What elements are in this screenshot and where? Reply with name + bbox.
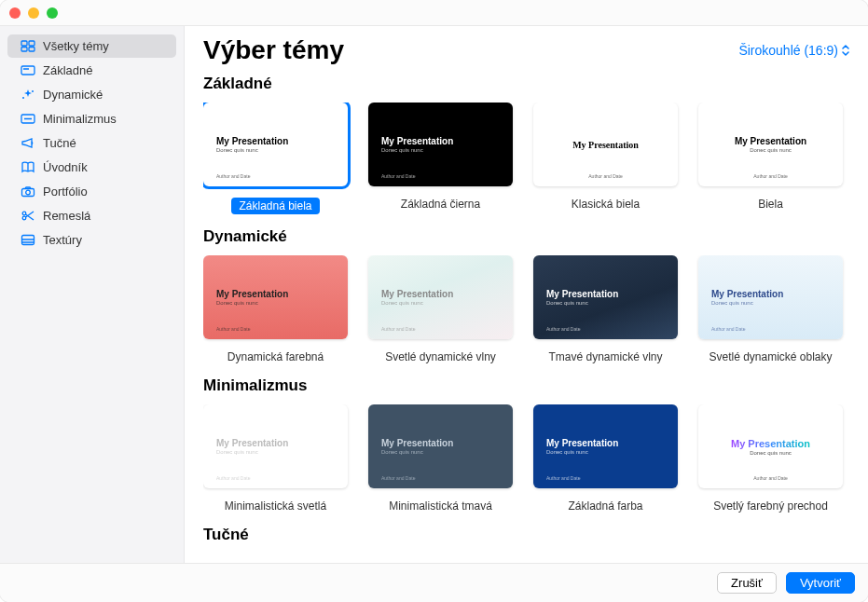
template-label: Minimalistická tmavá xyxy=(389,499,492,513)
template-item[interactable]: My PresentationDonec quis nuncAuthor and… xyxy=(698,404,843,513)
template-item[interactable]: My PresentationAuthor and DateKlasická b… xyxy=(533,103,678,214)
book-icon xyxy=(21,161,35,173)
sparkle-icon xyxy=(21,89,35,101)
slide-title: My Presentation xyxy=(381,136,500,146)
slide-title: My Presentation xyxy=(711,289,830,299)
template-thumbnail: My PresentationDonec quis nuncAuthor and… xyxy=(203,255,348,339)
slide-subtitle: Donec quis nunc xyxy=(381,449,500,455)
sidebar-item-1[interactable]: Základné xyxy=(7,59,176,82)
sidebar: Všetky témyZákladnéDynamickéMinimalizmus… xyxy=(0,26,185,563)
template-thumbnail: My PresentationDonec quis nuncAuthor and… xyxy=(203,103,348,186)
sidebar-item-2[interactable]: Dynamické xyxy=(7,83,176,106)
scissors-icon xyxy=(21,210,35,222)
template-item[interactable]: My PresentationDonec quis nuncAuthor and… xyxy=(368,404,513,513)
sidebar-item-label: Remeslá xyxy=(43,209,90,223)
slide-subtitle: Donec quis nunc xyxy=(216,449,335,455)
slide-title: My Presentation xyxy=(546,438,665,448)
template-row: My PresentationDonec quis nuncAuthor and… xyxy=(203,255,849,363)
category-title: Dynamické xyxy=(203,227,849,246)
sidebar-item-label: Minimalizmus xyxy=(43,112,117,126)
sidebar-item-3[interactable]: Minimalizmus xyxy=(7,107,176,130)
maximize-window-button[interactable] xyxy=(47,7,58,19)
sidebar-item-label: Základné xyxy=(43,63,92,77)
template-item[interactable]: My PresentationDonec quis nuncAuthor and… xyxy=(368,103,513,214)
template-label: Základná farba xyxy=(568,499,642,513)
slide-title: My Presentation xyxy=(572,140,639,150)
template-label: Základná biela xyxy=(231,198,319,214)
main-content: Výber témy Širokouhlé (16:9) ZákladnéMy … xyxy=(185,26,868,563)
titlebar xyxy=(0,0,868,26)
slide-author: Author and Date xyxy=(711,326,745,332)
template-label: Svetlé dynamické oblaky xyxy=(709,350,832,363)
category-1: DynamickéMy PresentationDonec quis nuncA… xyxy=(203,227,849,363)
footer: Zrušiť Vytvoriť xyxy=(0,563,868,602)
slide-title: My Presentation xyxy=(381,438,500,448)
svg-rect-1 xyxy=(29,41,34,46)
template-item[interactable]: My PresentationDonec quis nuncAuthor and… xyxy=(698,255,843,363)
category-title: Minimalizmus xyxy=(203,376,849,395)
create-button[interactable]: Vytvoriť xyxy=(786,572,855,594)
aspect-ratio-label: Širokouhlé (16:9) xyxy=(738,43,838,58)
template-item[interactable]: My PresentationDonec quis nuncAuthor and… xyxy=(203,103,348,214)
category-title: Tučné xyxy=(203,526,849,544)
sidebar-item-label: Všetky témy xyxy=(43,39,109,53)
sidebar-item-label: Portfólio xyxy=(43,185,88,198)
cancel-button[interactable]: Zrušiť xyxy=(717,572,777,594)
sidebar-item-label: Tučné xyxy=(43,136,76,150)
slide-author: Author and Date xyxy=(381,326,415,332)
template-row: My PresentationDonec quis nuncAuthor and… xyxy=(203,103,849,214)
sidebar-item-4[interactable]: Tučné xyxy=(7,131,176,155)
sidebar-item-6[interactable]: Portfólio xyxy=(7,180,176,203)
category-2: MinimalizmusMy PresentationDonec quis nu… xyxy=(203,376,849,513)
category-title: Základné xyxy=(203,75,849,93)
megaphone-icon xyxy=(21,137,35,149)
template-item[interactable]: My PresentationDonec quis nuncAuthor and… xyxy=(533,404,678,513)
template-thumbnail: My PresentationAuthor and Date xyxy=(533,103,678,186)
template-item[interactable]: My PresentationDonec quis nuncAuthor and… xyxy=(533,255,678,363)
slide-author: Author and Date xyxy=(216,326,250,332)
slide-author: Author and Date xyxy=(546,475,580,481)
template-label: Biela xyxy=(758,198,783,211)
slide-author: Author and Date xyxy=(216,173,250,179)
sidebar-item-5[interactable]: Úvodník xyxy=(7,156,176,179)
slide-subtitle: Donec quis nunc xyxy=(546,300,665,306)
card-icon xyxy=(21,64,35,76)
slide-title: My Presentation xyxy=(216,136,335,146)
slide-title: My Presentation xyxy=(216,438,335,448)
page-title: Výber témy xyxy=(203,35,344,65)
sidebar-item-label: Úvodník xyxy=(43,160,88,174)
slide-author: Author and Date xyxy=(698,173,843,179)
template-label: Dynamická farebná xyxy=(227,350,324,363)
texture-icon xyxy=(21,234,35,246)
slide-author: Author and Date xyxy=(381,475,415,481)
template-item[interactable]: My PresentationDonec quis nuncAuthor and… xyxy=(203,404,348,513)
minimize-window-button[interactable] xyxy=(28,7,39,19)
svg-rect-4 xyxy=(21,66,34,75)
slide-title: My Presentation xyxy=(546,289,665,299)
slide-title: My Presentation xyxy=(731,438,810,449)
template-item[interactable]: My PresentationDonec quis nuncAuthor and… xyxy=(203,255,348,363)
svg-point-13 xyxy=(22,212,26,215)
slide-subtitle: Donec quis nunc xyxy=(711,300,830,306)
sidebar-item-7[interactable]: Remeslá xyxy=(7,204,176,227)
svg-rect-3 xyxy=(29,48,34,52)
template-thumbnail: My PresentationDonec quis nuncAuthor and… xyxy=(533,404,678,488)
slide-subtitle: Donec quis nunc xyxy=(546,449,665,455)
slide-title: My Presentation xyxy=(216,289,335,299)
slide-title: My Presentation xyxy=(381,289,500,299)
close-window-button[interactable] xyxy=(9,7,21,19)
template-thumbnail: My PresentationDonec quis nuncAuthor and… xyxy=(368,255,513,339)
template-item[interactable]: My PresentationDonec quis nuncAuthor and… xyxy=(698,103,843,214)
template-thumbnail: My PresentationDonec quis nuncAuthor and… xyxy=(368,404,513,488)
slide-author: Author and Date xyxy=(698,475,843,481)
template-thumbnail: My PresentationDonec quis nuncAuthor and… xyxy=(533,255,678,339)
sidebar-item-8[interactable]: Textúry xyxy=(7,228,176,252)
sidebar-item-0[interactable]: Všetky témy xyxy=(7,34,176,58)
slide-subtitle: Donec quis nunc xyxy=(216,147,335,153)
template-item[interactable]: My PresentationDonec quis nuncAuthor and… xyxy=(368,255,513,363)
svg-rect-0 xyxy=(21,41,27,46)
svg-point-6 xyxy=(32,90,34,92)
sidebar-item-label: Textúry xyxy=(43,233,82,247)
aspect-ratio-button[interactable]: Širokouhlé (16:9) xyxy=(738,43,849,58)
category-3: Tučné xyxy=(203,526,849,544)
